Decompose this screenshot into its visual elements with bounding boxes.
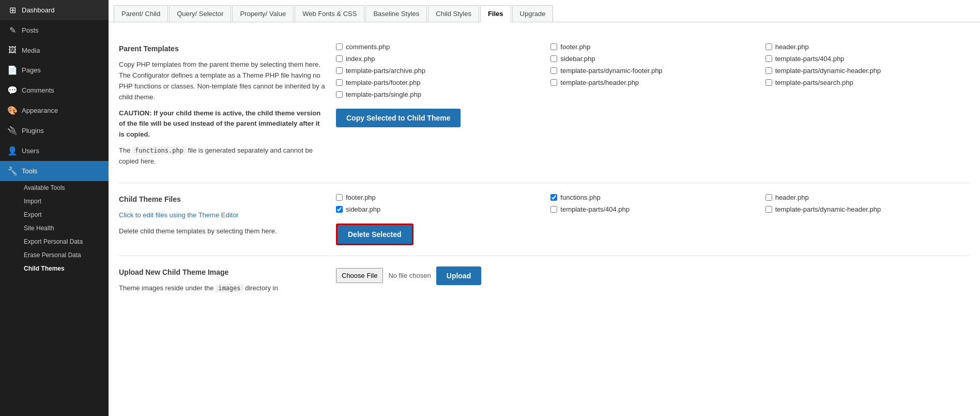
parent-file-tp-search[interactable]: template-parts/search.php [765, 79, 970, 86]
parent-file-header[interactable]: header.php [765, 43, 970, 51]
sidebar-item-media[interactable]: 🖼 Media [0, 40, 109, 60]
sidebar-item-tools[interactable]: 🔧 Tools [0, 161, 109, 181]
parent-file-tp-footer[interactable]: template-parts/footer.php [336, 79, 540, 86]
media-icon: 🖼 [7, 46, 18, 55]
no-file-text: No file chosen [388, 272, 431, 279]
child-file-tp-dynamic-header[interactable]: template-parts/dynamic-header.php [765, 205, 970, 213]
parent-file-sidebar-checkbox[interactable] [550, 55, 557, 62]
child-file-footer-checkbox[interactable] [336, 194, 343, 201]
dashboard-icon: ⊞ [7, 5, 18, 15]
comments-icon: 💬 [7, 85, 18, 95]
sidebar-sub-child-themes[interactable]: Child Themes [19, 262, 109, 275]
child-file-tp-404-checkbox[interactable] [550, 206, 557, 213]
parent-file-tp-dynamic-header-checkbox[interactable] [765, 67, 772, 74]
sidebar-item-pages[interactable]: 📄 Pages [0, 60, 109, 80]
sidebar-item-appearance[interactable]: 🎨 Appearance [0, 100, 109, 121]
tab-query-selector[interactable]: Query/ Selector [169, 5, 231, 22]
child-file-header[interactable]: header.php [765, 194, 970, 201]
parent-file-index[interactable]: index.php [336, 55, 540, 63]
child-theme-files-desc: Child Theme Files Click to edit files us… [119, 194, 326, 245]
parent-file-tp-archive[interactable]: template-parts/archive.php [336, 67, 540, 75]
parent-file-comments-checkbox[interactable] [336, 43, 343, 50]
tab-files[interactable]: Files [480, 5, 511, 22]
child-theme-files-section: Child Theme Files Click to edit files us… [119, 183, 970, 256]
tab-property-value[interactable]: Property/ Value [232, 5, 294, 22]
sidebar-sub-erase-personal-data[interactable]: Erase Personal Data [19, 248, 109, 262]
parent-file-tp-single-checkbox[interactable] [336, 91, 343, 98]
sidebar-sub-available-tools[interactable]: Available Tools [19, 181, 109, 195]
child-file-header-checkbox[interactable] [765, 194, 772, 201]
child-files-grid: footer.php functions.php header.php side… [336, 194, 970, 213]
child-theme-files-description: Delete child theme templates by selectin… [119, 226, 326, 237]
sidebar-item-comments[interactable]: 💬 Comments [0, 80, 109, 100]
tools-icon: 🔧 [7, 166, 18, 176]
functions-php-code: functions.php [132, 146, 186, 155]
parent-templates-heading: Parent Templates [119, 43, 326, 54]
tab-baseline-styles[interactable]: Baseline Styles [365, 5, 427, 22]
parent-templates-desc: Parent Templates Copy PHP templates from… [119, 43, 326, 172]
parent-file-tp-header-checkbox[interactable] [550, 79, 557, 86]
parent-templates-footer: The functions.php file is generated sepa… [119, 145, 326, 167]
parent-file-comments[interactable]: comments.php [336, 43, 540, 51]
copy-selected-button[interactable]: Copy Selected to Child Theme [336, 109, 461, 127]
upload-desc: Upload New Child Theme Image Theme image… [119, 266, 326, 299]
upload-button[interactable]: Upload [436, 266, 481, 285]
upload-description: Theme images reside under the images dir… [119, 283, 326, 294]
child-theme-files-controls: footer.php functions.php header.php side… [336, 194, 970, 245]
users-icon: 👤 [7, 146, 18, 156]
child-file-tp-dynamic-header-checkbox[interactable] [765, 206, 772, 213]
sidebar-item-dashboard[interactable]: ⊞ Dashboard [0, 0, 109, 20]
pages-icon: 📄 [7, 65, 18, 75]
child-file-functions[interactable]: functions.php [550, 194, 755, 201]
parent-file-sidebar[interactable]: sidebar.php [550, 55, 755, 63]
upload-heading: Upload New Child Theme Image [119, 266, 326, 278]
tab-web-fonts-css[interactable]: Web Fonts & CSS [295, 5, 364, 22]
child-file-tp-404[interactable]: template-parts/404.php [550, 205, 755, 213]
images-code: images [216, 284, 243, 292]
sidebar-sub-export[interactable]: Export [19, 208, 109, 221]
child-file-footer[interactable]: footer.php [336, 194, 540, 201]
child-file-functions-checkbox[interactable] [550, 194, 557, 201]
parent-file-tp-dynamic-footer-checkbox[interactable] [550, 67, 557, 74]
content-area: Parent Templates Copy PHP templates from… [109, 22, 980, 320]
child-theme-files-heading: Child Theme Files [119, 194, 326, 205]
choose-file-button[interactable]: Choose File [336, 268, 383, 283]
child-file-sidebar[interactable]: sidebar.php [336, 205, 540, 213]
upload-controls: Choose File No file chosen Upload [336, 266, 970, 299]
parent-templates-section: Parent Templates Copy PHP templates from… [119, 33, 970, 183]
tab-upgrade[interactable]: Upgrade [512, 5, 554, 22]
parent-file-tp-dynamic-footer[interactable]: template-parts/dynamic-footer.php [550, 67, 755, 75]
posts-icon: ✎ [7, 25, 18, 35]
appearance-icon: 🎨 [7, 106, 18, 115]
delete-selected-button[interactable]: Delete Selected [336, 224, 414, 245]
sidebar-sub-site-health[interactable]: Site Health [19, 221, 109, 235]
parent-file-tp-dynamic-header[interactable]: template-parts/dynamic-header.php [765, 67, 970, 75]
upload-section: Upload New Child Theme Image Theme image… [119, 256, 970, 309]
sidebar-item-posts[interactable]: ✎ Posts [0, 20, 109, 40]
parent-file-footer-checkbox[interactable] [550, 43, 557, 50]
parent-file-tp-single[interactable]: template-parts/single.php [336, 91, 540, 98]
tab-child-styles[interactable]: Child Styles [428, 5, 479, 22]
tab-parent-child[interactable]: Parent/ Child [114, 5, 168, 22]
parent-file-tp-404[interactable]: template-parts/404.php [765, 55, 970, 63]
sidebar-sub-export-personal-data[interactable]: Export Personal Data [19, 235, 109, 248]
parent-file-tp-404-checkbox[interactable] [765, 55, 772, 62]
parent-file-tp-footer-checkbox[interactable] [336, 79, 343, 86]
parent-file-header-checkbox[interactable] [765, 43, 772, 50]
parent-file-index-checkbox[interactable] [336, 55, 343, 62]
child-file-sidebar-checkbox[interactable] [336, 206, 343, 213]
theme-editor-link[interactable]: Click to edit files using the Theme Edit… [119, 211, 239, 219]
sidebar-sub-import[interactable]: Import [19, 195, 109, 208]
parent-files-grid: comments.php footer.php header.php index… [336, 43, 970, 98]
sidebar-item-users[interactable]: 👤 Users [0, 141, 109, 161]
parent-file-tp-archive-checkbox[interactable] [336, 67, 343, 74]
plugins-icon: 🔌 [7, 126, 18, 136]
parent-templates-controls: comments.php footer.php header.php index… [336, 43, 970, 172]
sidebar-item-plugins[interactable]: 🔌 Plugins [0, 121, 109, 141]
tools-submenu: Available Tools Import Export Site Healt… [0, 181, 109, 275]
sidebar: ⊞ Dashboard ✎ Posts 🖼 Media 📄 Pages 💬 Co… [0, 0, 109, 416]
parent-file-tp-header[interactable]: template-parts/header.php [550, 79, 755, 86]
parent-file-footer[interactable]: footer.php [550, 43, 755, 51]
main-content: Parent/ Child Query/ Selector Property/ … [109, 0, 980, 416]
parent-file-tp-search-checkbox[interactable] [765, 79, 772, 86]
